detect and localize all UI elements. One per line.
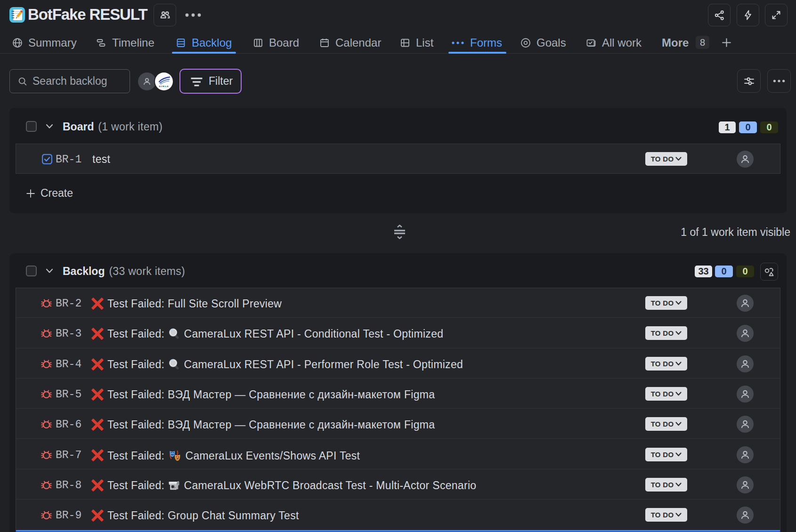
svg-text:SCRILE: SCRILE (159, 85, 169, 88)
